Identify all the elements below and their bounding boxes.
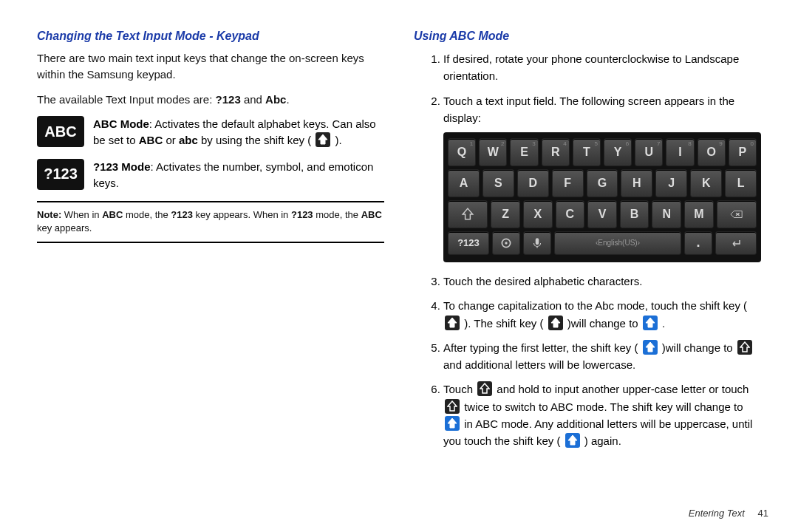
key-d[interactable]: D: [517, 169, 549, 197]
n123-mode-row: ?123 ?123 Mode: Activates the number, sy…: [37, 159, 384, 191]
text: Touch a text input field. The following …: [443, 95, 734, 124]
intro-text: There are two main text input keys that …: [37, 50, 384, 83]
shift-outline-icon: [477, 381, 492, 396]
mode-123-bold: ?123: [216, 93, 241, 106]
available-modes-text: The available Text Input modes are: ?123…: [37, 92, 384, 108]
text: After typing the first letter, the shift…: [443, 341, 641, 354]
key-j[interactable]: J: [655, 169, 687, 197]
text: To change capitalization to the Abc mode…: [443, 299, 747, 312]
text: ?123: [171, 209, 193, 220]
key-k[interactable]: K: [690, 169, 722, 197]
text: or: [163, 134, 179, 146]
shift-up-blue-icon: [643, 316, 658, 330]
keyboard-row-3: ZXCVBNM: [448, 200, 757, 228]
key-o[interactable]: O9: [698, 138, 726, 166]
abc-key-icon: ABC: [37, 116, 84, 147]
shift-up-blue-icon: [565, 433, 580, 448]
step-1: If desired, rotate your phone counterclo…: [443, 50, 761, 85]
page-footer: Entering Text 41: [689, 508, 768, 519]
text: Note:: [37, 209, 61, 220]
heading-changing-mode: Changing the Text Input Mode - Keypad: [37, 30, 384, 43]
text: ABC Mode: [93, 117, 149, 130]
text: key appears.: [37, 222, 92, 233]
text: ?123: [291, 209, 313, 220]
keyboard-row-4: ?123 ‹ English(US) › .: [448, 231, 757, 255]
mode-abc-bold: Abc: [265, 93, 286, 106]
key-x[interactable]: X: [523, 200, 553, 228]
shift-up-blue-icon: [643, 340, 658, 355]
key-b[interactable]: B: [620, 200, 649, 228]
key-w[interactable]: W2: [479, 138, 507, 166]
abc-mode-row: ABC ABC Mode: Activates the default alph…: [37, 116, 384, 149]
key-p[interactable]: P0: [729, 138, 757, 166]
space-key[interactable]: ‹ English(US) ›: [554, 231, 681, 255]
step-3: Touch the desired alphabetic characters.: [443, 273, 761, 290]
key-g[interactable]: G: [587, 169, 618, 197]
text: .: [659, 317, 665, 330]
text: ). The shift key (: [461, 317, 547, 330]
n123-mode-desc: ?123 Mode: Activates the number, symbol,…: [93, 159, 384, 191]
mic-key[interactable]: [523, 231, 551, 255]
key-l[interactable]: L: [725, 169, 757, 197]
divider: [37, 201, 384, 202]
keyboard-row-1: Q1W2E3R4T5Y6U7I8O9P0: [448, 138, 757, 166]
key-m[interactable]: M: [684, 200, 714, 228]
right-column: Using ABC Mode If desired, rotate your p…: [399, 30, 776, 517]
step-4: To change capitalization to the Abc mode…: [443, 297, 761, 332]
text: mode, the: [123, 209, 171, 220]
space-label: English(US): [598, 237, 637, 249]
settings-key[interactable]: [492, 231, 520, 255]
text: twice to switch to ABC mode. The shift k…: [461, 400, 743, 413]
step-2: Touch a text input field. The following …: [443, 92, 761, 263]
text: ABC: [139, 134, 163, 146]
page-number: 41: [758, 508, 768, 519]
shift-key[interactable]: [448, 200, 488, 228]
heading-using-abc: Using ABC Mode: [414, 30, 761, 43]
key-n[interactable]: N: [652, 200, 681, 228]
svg-point-1: [505, 242, 507, 244]
text: ) again.: [582, 434, 621, 447]
note-text: Note: When in ABC mode, the ?123 key app…: [37, 208, 384, 235]
key-q[interactable]: Q1: [448, 138, 476, 166]
text: key appears. When in: [193, 209, 291, 220]
shift-up-icon: [548, 316, 563, 330]
step-5: After typing the first letter, the shift…: [443, 339, 761, 374]
key-f[interactable]: F: [552, 169, 584, 197]
n123-key-icon: ?123: [37, 159, 84, 190]
key-a[interactable]: A: [448, 169, 480, 197]
text: and hold to input another upper-case let…: [494, 383, 748, 395]
key-t[interactable]: T5: [573, 138, 601, 166]
mode-123-key[interactable]: ?123: [448, 231, 489, 255]
shift-up-icon: [445, 316, 460, 330]
text: and additional letters will be lowercase…: [443, 358, 635, 371]
key-y[interactable]: Y6: [604, 138, 632, 166]
period-key[interactable]: .: [684, 231, 712, 255]
text: )will change to: [659, 341, 736, 354]
key-e[interactable]: E3: [510, 138, 538, 166]
chapter-name: Entering Text: [689, 508, 745, 519]
text: abc: [179, 134, 198, 146]
key-v[interactable]: V: [587, 200, 617, 228]
key-c[interactable]: C: [556, 200, 585, 228]
shift-outline-icon: [737, 340, 752, 355]
step-6: Touch and hold to input another upper-ca…: [443, 381, 761, 449]
shift-up-blue-icon: [445, 416, 460, 431]
steps-list: If desired, rotate your phone counterclo…: [414, 50, 761, 449]
backspace-key[interactable]: [717, 200, 757, 228]
key-i[interactable]: I8: [666, 138, 694, 166]
text: mode, the: [313, 209, 361, 220]
svg-rect-2: [536, 238, 539, 245]
enter-key[interactable]: [715, 231, 757, 255]
keyboard-row-2: ASDFGHJKL: [448, 169, 757, 197]
key-h[interactable]: H: [621, 169, 652, 197]
text: Touch: [443, 383, 476, 395]
key-r[interactable]: R4: [542, 138, 570, 166]
text: by using the shift key (: [198, 134, 315, 146]
key-z[interactable]: Z: [491, 200, 520, 228]
text: When in: [61, 209, 102, 220]
key-u[interactable]: U7: [635, 138, 663, 166]
key-s[interactable]: S: [482, 169, 514, 197]
text: and: [241, 93, 265, 106]
text: ABC: [102, 209, 123, 220]
text: The available Text Input modes are:: [37, 93, 216, 106]
